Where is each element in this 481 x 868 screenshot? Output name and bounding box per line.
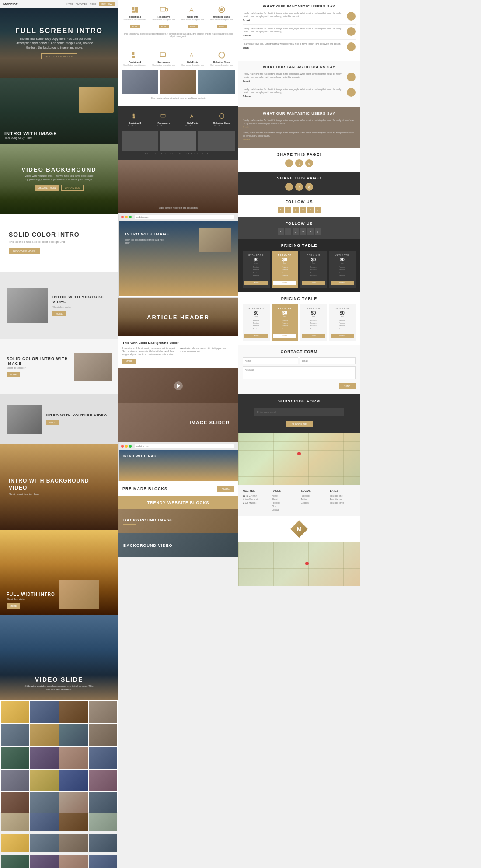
video-bg-buttons: DISCOVER MORE WATCH VIDEO [35,185,83,191]
follow-dark-icon-3[interactable]: g [293,228,299,234]
nav-link-home[interactable]: INTRO [66,3,73,5]
grid-cell-11 [59,747,88,769]
pre-made-btn[interactable]: MORE [217,486,234,492]
testimonial-2-1-author: Suzuki [243,80,344,82]
follow-icon-1[interactable]: f [278,206,284,213]
browser-content: INTRO WITH IMAGE Short title description… [119,221,238,296]
share-dark-tw-icon[interactable]: t [295,183,303,191]
nav-link-features[interactable]: FEATURES [76,3,87,5]
subscribe-email-input[interactable] [254,408,344,416]
solid-youtube-btn[interactable]: MORE [52,311,66,316]
feature-responsive-btn[interactable]: MORE [159,24,169,28]
intro-youtube2-btn[interactable]: MORE [46,420,59,425]
full-screen-cta-btn[interactable]: DISCOVER MORE [41,53,77,60]
share-gp-icon[interactable]: g [305,159,313,167]
pricing-light-btn-4[interactable]: MORE [331,334,354,338]
pricing-price-1: $0 [244,257,268,262]
footer-social-tw[interactable]: Twitter [301,497,327,501]
dark-webfonts-desc: Short feature desc [179,125,206,127]
pricing-light-btn-1[interactable]: MORE [244,334,268,338]
testimonial-3-content: Really really love this. Something that … [243,42,344,49]
testimonial-1-content: I really really love the fact that this … [243,12,344,21]
grid-cell-10 [30,747,59,769]
pricing-dark-grid: STANDARD $0 /mo FeatureFeatureFeatureFea… [243,251,356,288]
pricing-light-btn-2[interactable]: MORE [273,334,297,338]
footer-link-home[interactable]: Home [272,494,298,497]
solid-color-btn[interactable]: DISCOVER MORE [9,248,40,254]
follow-icon-6[interactable]: y [315,206,321,213]
svg-text:A: A [189,7,193,13]
footer-col-3-title: SOCIAL [301,490,327,492]
contact-send-btn[interactable]: SEND [339,383,356,389]
follow-icon-5[interactable]: p [307,206,314,213]
full-width-btn[interactable]: MORE [7,603,20,609]
testimonial-2-1-content: I really really love the fact that this … [243,73,344,82]
section-video-slide: VIDEO SLIDE Slide with youtube intro bac… [0,615,118,700]
share-tw-icon[interactable]: t [295,159,303,167]
footer-social-gp[interactable]: Google+ [301,501,327,504]
pricing-btn-4[interactable]: MORE [331,281,354,285]
nav-link-more[interactable]: MORE [90,3,96,5]
feature-thumbs-row [122,70,235,94]
share-dark-gp-icon[interactable]: g [305,183,313,191]
follow-dark-icon-1[interactable]: f [278,228,284,234]
video-bg-discover-btn[interactable]: DISCOVER MORE [35,185,59,191]
testimonial-2-avatar [347,27,356,36]
pricing-btn-1[interactable]: MORE [244,281,268,285]
pricing-btn-2[interactable]: MORE [273,281,297,285]
features-grid-2: Bootstrap 4 Short feature description he… [122,51,235,66]
share-dark-fb-icon[interactable]: f [285,183,293,191]
footer-link-contact[interactable]: Contact [272,508,298,511]
video-slide-sub: Slide with youtube intro background and … [24,685,94,692]
dark-testimonial-1-author: Suzuki [243,126,356,129]
footer-col-1: MCBRIDE ☎ +1 234 567 ✉ info@mcbride ● 12… [243,490,268,511]
article-content-title: Title with Solid Background Color [122,341,234,345]
footer-social-fb[interactable]: Facebook [301,494,327,497]
follow-dark-icon-5[interactable]: p [307,228,314,234]
pricing-btn-3[interactable]: MORE [302,281,325,285]
pricing-period-4: /mo [331,262,354,264]
solid-color-image-btn[interactable]: MORE [7,372,20,377]
share-fb-icon[interactable]: f [285,159,293,167]
feature-bootstrap-btn[interactable]: MORE [130,24,140,28]
follow-icon-4[interactable]: in [300,206,306,213]
dark-testimonial-2-author: Johann [243,138,356,141]
dark-feature-responsive: Responsive Short feature desc [150,112,177,127]
pricing-light-btn-3[interactable]: MORE [302,334,325,338]
feature-skins-btn[interactable]: MORE [217,24,227,28]
small-grid-9 [1,855,29,868]
nav-cta-btn[interactable]: BUY NOW [99,2,115,6]
video-bg-watch-btn[interactable]: WATCH VIDEO [61,185,84,191]
feature-webfonts-btn[interactable]: MORE [188,24,198,28]
trendy-label: TRENDY WEBSITE BLOCKS [147,500,209,505]
follow-dark-icon-4[interactable]: in [300,228,306,234]
bg-image-underline [123,524,136,525]
footer-link-about[interactable]: About [272,497,298,501]
section-share-dark: SHARE THIS PAGE! f t g [238,172,360,195]
nav-links: INTRO FEATURES MORE BUY NOW [66,2,115,6]
testimonial-1: I really really love the fact that this … [243,12,356,24]
users-say-1-title: WHAT OUR FANTASTIC USERS SAY [243,4,356,8]
small-grid-1 [1,813,29,831]
follow-dark-icon-6[interactable]: y [315,228,321,234]
footer-link-blog[interactable]: Blog [272,504,298,508]
pricing-features-1: FeatureFeatureFeatureFeature [244,266,268,277]
follow-icon-2[interactable]: t [285,206,291,213]
pricing-features-2: FeatureFeatureFeatureFeature [273,266,297,277]
play-btn[interactable] [174,382,183,390]
contact-message-textarea[interactable] [243,366,356,379]
feature-responsive-desc: Short feature description here [150,19,177,21]
browser2-url-bar[interactable]: mcbride.com [135,444,234,448]
footer-link-portfolio[interactable]: Portfolio [272,501,298,504]
testimonial-2-1: I really really love the fact that this … [243,73,356,85]
intro-youtube2-thumb [7,405,42,434]
section-features-white-1: Bootstrap 3 Short feature description he… [118,0,238,45]
follow-dark-icon-2[interactable]: t [285,228,291,234]
article-more-btn[interactable]: MORE [122,359,136,364]
contact-name-input[interactable] [243,357,298,364]
browser2-dot-yellow [125,445,128,448]
subscribe-btn[interactable]: SUBSCRIBE [286,421,313,427]
browser-url-bar[interactable]: mcbride.com [135,215,234,219]
contact-email-input[interactable] [300,357,356,364]
follow-icon-3[interactable]: g [293,206,299,213]
